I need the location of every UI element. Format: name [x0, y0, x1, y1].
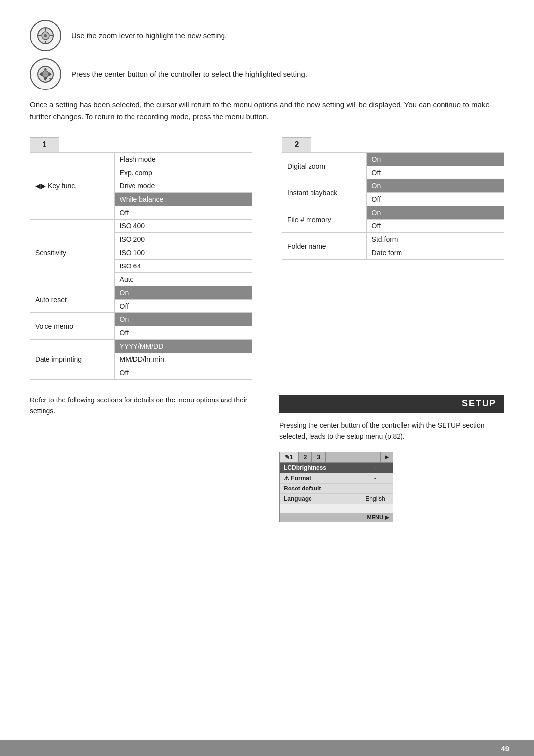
date-imprinting-label: Date imprinting	[30, 340, 115, 380]
digital-zoom-off: Off	[366, 166, 504, 179]
sensitivity-iso64: ISO 64	[114, 260, 252, 273]
setup-header: SETUP	[279, 395, 504, 413]
sensitivity-iso400: ISO 400	[114, 220, 252, 233]
setup-description: Pressing the center button of the contro…	[279, 420, 504, 442]
setup-language-value: English	[358, 494, 393, 504]
voice-memo-on: On	[114, 313, 252, 326]
setup-language-label: Language	[280, 494, 358, 504]
setup-tab-2: 2	[299, 452, 312, 462]
setup-reset-label: Reset default	[280, 484, 358, 493]
voice-memo-off: Off	[114, 326, 252, 340]
setup-format-label: ⚠ Format	[280, 473, 358, 483]
file-memory-off: Off	[366, 220, 504, 233]
setup-menu-footer: MENU ▶	[280, 513, 393, 522]
sensitivity-iso100: ISO 100	[114, 246, 252, 260]
page-footer: 49	[0, 740, 534, 756]
table-row: Instant playback On	[282, 179, 504, 193]
sensitivity-label: Sensitivity	[30, 220, 115, 286]
refer-section: Refer to the following sections for deta…	[30, 395, 255, 522]
svg-point-8	[42, 71, 49, 78]
folder-stdform: Std.form	[366, 233, 504, 246]
refer-text: Refer to the following sections for deta…	[30, 395, 255, 417]
center-button-icon	[30, 58, 61, 90]
auto-reset-on: On	[114, 286, 252, 300]
bottom-section: Refer to the following sections for deta…	[30, 395, 504, 522]
setup-tab-play: ▶	[380, 452, 393, 462]
table-row: ◀▶ Key func. Flash mode	[30, 153, 252, 166]
instant-playback-on: On	[366, 179, 504, 193]
date-off: Off	[114, 366, 252, 380]
setup-empty-row	[280, 504, 393, 513]
page-number: 49	[501, 744, 509, 753]
center-instruction-text: Press the center button of the controlle…	[71, 69, 504, 80]
date-mmdd: MM/DD/hr:min	[114, 353, 252, 366]
setup-tab-1: ✎1	[280, 452, 299, 462]
table-row: Date imprinting YYYY/MM/DD	[30, 340, 252, 353]
setup-lcd-label: LCDbrightness	[280, 463, 358, 473]
key-func-off: Off	[114, 206, 252, 220]
setup-menu-screenshot: ✎1 2 3 ▶ LCDbrightness - ⚠ Format - Rese…	[279, 452, 393, 522]
menu2-header: 2	[282, 137, 312, 152]
setup-reset-value: -	[358, 484, 393, 493]
menu1-header: 1	[30, 137, 59, 152]
table-row: Auto reset On	[30, 286, 252, 300]
zoom-lever-icon	[30, 20, 61, 51]
menu-column-2: 2 Digital zoom On Off Instant playback O…	[282, 137, 504, 380]
file-memory-on: On	[366, 206, 504, 220]
zoom-icon-row: Use the zoom lever to highlight the new …	[30, 20, 504, 51]
center-icon-row: Press the center button of the controlle…	[30, 58, 504, 90]
setup-lcd-value: -	[358, 463, 393, 473]
menu1-table: ◀▶ Key func. Flash mode Exp. comp Drive …	[30, 152, 252, 380]
key-func-flash: Flash mode	[114, 153, 252, 166]
setup-tabs: ✎1 2 3 ▶	[280, 452, 393, 463]
table-row: Voice memo On	[30, 313, 252, 326]
svg-point-2	[44, 34, 47, 37]
digital-zoom-on: On	[366, 153, 504, 166]
zoom-instruction-text: Use the zoom lever to highlight the new …	[71, 30, 504, 42]
setup-row-language: Language English	[280, 494, 393, 504]
key-func-drive: Drive mode	[114, 179, 252, 193]
folder-name-label: Folder name	[282, 233, 367, 260]
menu-column-1: 1 ◀▶ Key func. Flash mode Exp. comp Driv…	[30, 137, 252, 380]
key-func-wb: White balance	[114, 193, 252, 206]
file-memory-label: File # memory	[282, 206, 367, 233]
key-func-exp: Exp. comp	[114, 166, 252, 179]
menu2-table: Digital zoom On Off Instant playback On …	[282, 152, 504, 260]
sensitivity-iso200: ISO 200	[114, 233, 252, 246]
setup-format-value: -	[358, 473, 393, 483]
voice-memo-label: Voice memo	[30, 313, 115, 340]
setup-row-format: ⚠ Format -	[280, 473, 393, 484]
digital-zoom-label: Digital zoom	[282, 153, 367, 179]
key-func-arrow-icon: ◀▶	[35, 182, 46, 190]
setup-section: SETUP Pressing the center button of the …	[279, 395, 504, 522]
page-content: Use the zoom lever to highlight the new …	[0, 0, 534, 562]
sensitivity-auto: Auto	[114, 273, 252, 286]
table-row: Sensitivity ISO 400	[30, 220, 252, 233]
auto-reset-off: Off	[114, 300, 252, 313]
instant-playback-off: Off	[366, 193, 504, 206]
table-row: File # memory On	[282, 206, 504, 220]
setup-row-lcd: LCDbrightness -	[280, 463, 393, 473]
menus-row: 1 ◀▶ Key func. Flash mode Exp. comp Driv…	[30, 137, 504, 380]
setup-row-reset: Reset default -	[280, 484, 393, 494]
auto-reset-label: Auto reset	[30, 286, 115, 313]
date-yyyymmdd: YYYY/MM/DD	[114, 340, 252, 353]
key-func-label: ◀▶ Key func.	[30, 153, 115, 220]
intro-paragraph: Once a setting has been selected, the cu…	[30, 99, 504, 123]
folder-dateform: Date form	[366, 246, 504, 260]
table-row: Folder name Std.form	[282, 233, 504, 246]
table-row: Digital zoom On	[282, 153, 504, 166]
instant-playback-label: Instant playback	[282, 179, 367, 206]
setup-tab-3: 3	[312, 452, 326, 462]
